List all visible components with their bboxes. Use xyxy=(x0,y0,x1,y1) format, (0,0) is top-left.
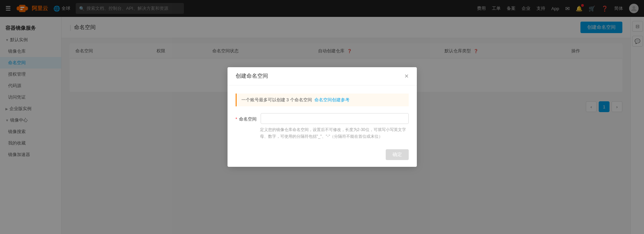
required-mark: * xyxy=(236,116,237,122)
create-namespace-modal: 创建命名空间 ✕ 一个账号最多可以创建 3 个命名空间 命名空间创建参考 * 命… xyxy=(228,67,417,166)
modal-close-button[interactable]: ✕ xyxy=(404,73,409,79)
namespace-field-label: 命名空间 xyxy=(239,116,257,122)
namespace-hint: 定义您的镜像仓库命名空间，设置后不可修改，长度为2-30位，可填写小写英文字母、… xyxy=(260,127,409,139)
notice-text: 一个账号最多可以创建 3 个命名空间 xyxy=(241,97,312,102)
modal-header: 创建命名空间 ✕ xyxy=(228,67,417,85)
namespace-input[interactable] xyxy=(261,113,408,124)
modal-title: 创建命名空间 xyxy=(236,73,268,80)
notice-link[interactable]: 命名空间创建参考 xyxy=(314,97,350,102)
modal-body: 一个账号最多可以创建 3 个命名空间 命名空间创建参考 * 命名空间 定义您的镜… xyxy=(228,85,417,145)
namespace-form-row: * 命名空间 xyxy=(236,113,409,124)
modal-footer: 确定 xyxy=(228,145,417,167)
namespace-label: * 命名空间 xyxy=(236,113,257,123)
modal-notice: 一个账号最多可以创建 3 个命名空间 命名空间创建参考 xyxy=(236,94,409,106)
confirm-button[interactable]: 确定 xyxy=(386,149,409,160)
modal-overlay[interactable]: 创建命名空间 ✕ 一个账号最多可以创建 3 个命名空间 命名空间创建参考 * 命… xyxy=(0,0,644,234)
